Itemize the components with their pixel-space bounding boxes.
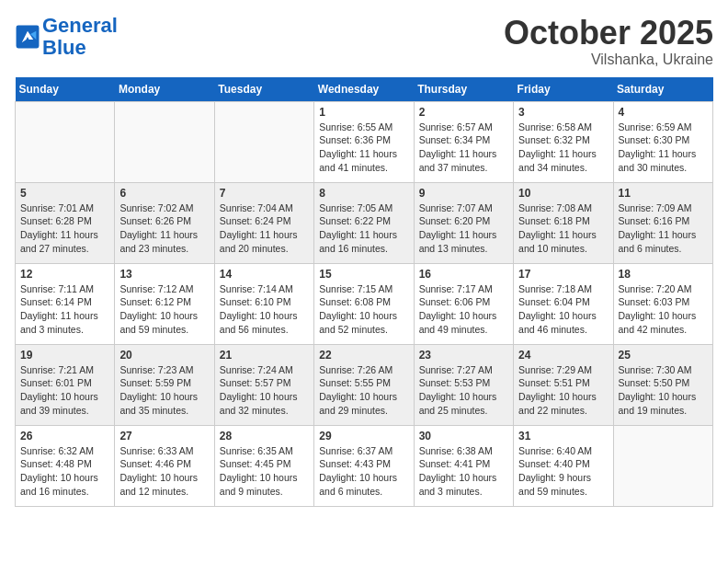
calendar-header-row: SundayMondayTuesdayWednesdayThursdayFrid… (16, 77, 713, 102)
calendar-cell: 25Sunrise: 7:30 AM Sunset: 5:50 PM Dayli… (613, 344, 712, 425)
day-number: 2 (419, 106, 508, 119)
calendar-cell: 2Sunrise: 6:57 AM Sunset: 6:34 PM Daylig… (414, 101, 513, 182)
day-info: Sunrise: 7:30 AM Sunset: 5:50 PM Dayligh… (619, 363, 708, 418)
calendar-cell: 20Sunrise: 7:23 AM Sunset: 5:59 PM Dayli… (115, 344, 214, 425)
calendar-cell (214, 101, 313, 182)
day-number: 16 (419, 268, 508, 281)
calendar-cell: 16Sunrise: 7:17 AM Sunset: 6:06 PM Dayli… (414, 263, 513, 344)
calendar-cell: 15Sunrise: 7:15 AM Sunset: 6:08 PM Dayli… (314, 263, 414, 344)
day-info: Sunrise: 6:38 AM Sunset: 4:41 PM Dayligh… (419, 444, 508, 499)
weekday-header: Thursday (414, 77, 513, 102)
day-info: Sunrise: 7:07 AM Sunset: 6:20 PM Dayligh… (419, 201, 508, 256)
day-info: Sunrise: 7:05 AM Sunset: 6:22 PM Dayligh… (319, 201, 408, 256)
day-number: 7 (220, 187, 309, 200)
day-number: 24 (518, 349, 608, 362)
month-title: October 2025 (504, 15, 713, 52)
weekday-header: Sunday (16, 77, 115, 102)
day-info: Sunrise: 6:32 AM Sunset: 4:48 PM Dayligh… (20, 444, 109, 499)
calendar-week-row: 26Sunrise: 6:32 AM Sunset: 4:48 PM Dayli… (16, 425, 713, 506)
day-number: 31 (518, 430, 608, 442)
day-info: Sunrise: 7:26 AM Sunset: 5:55 PM Dayligh… (319, 363, 408, 418)
calendar-cell: 14Sunrise: 7:14 AM Sunset: 6:10 PM Dayli… (214, 263, 313, 344)
weekday-header: Friday (514, 77, 613, 102)
logo: General Blue (15, 15, 118, 59)
logo-icon (15, 24, 40, 50)
day-number: 20 (119, 349, 209, 362)
calendar-cell: 19Sunrise: 7:21 AM Sunset: 6:01 PM Dayli… (16, 344, 115, 425)
day-info: Sunrise: 7:27 AM Sunset: 5:53 PM Dayligh… (419, 363, 508, 418)
calendar-cell: 23Sunrise: 7:27 AM Sunset: 5:53 PM Dayli… (414, 344, 513, 425)
day-number: 10 (518, 187, 608, 200)
day-info: Sunrise: 7:17 AM Sunset: 6:06 PM Dayligh… (419, 282, 508, 337)
calendar-cell: 11Sunrise: 7:09 AM Sunset: 6:16 PM Dayli… (613, 182, 712, 263)
calendar-cell: 13Sunrise: 7:12 AM Sunset: 6:12 PM Dayli… (115, 263, 214, 344)
calendar-cell (115, 101, 214, 182)
calendar-cell (16, 101, 115, 182)
page-header: General Blue October 2025 Vilshanka, Ukr… (15, 15, 713, 68)
day-number: 1 (319, 106, 408, 119)
weekday-header: Tuesday (214, 77, 313, 102)
day-number: 11 (619, 187, 708, 200)
calendar-cell: 9Sunrise: 7:07 AM Sunset: 6:20 PM Daylig… (414, 182, 513, 263)
calendar-cell: 29Sunrise: 6:37 AM Sunset: 4:43 PM Dayli… (314, 425, 414, 506)
calendar-cell: 10Sunrise: 7:08 AM Sunset: 6:18 PM Dayli… (514, 182, 613, 263)
day-number: 18 (619, 268, 708, 281)
calendar-week-row: 5Sunrise: 7:01 AM Sunset: 6:28 PM Daylig… (16, 182, 713, 263)
day-info: Sunrise: 6:55 AM Sunset: 6:36 PM Dayligh… (319, 121, 408, 175)
day-number: 12 (20, 268, 109, 281)
day-info: Sunrise: 7:20 AM Sunset: 6:03 PM Dayligh… (619, 282, 708, 337)
day-info: Sunrise: 7:02 AM Sunset: 6:26 PM Dayligh… (119, 201, 209, 256)
calendar-cell: 30Sunrise: 6:38 AM Sunset: 4:41 PM Dayli… (414, 425, 513, 506)
day-number: 13 (119, 268, 209, 281)
day-number: 17 (518, 268, 608, 281)
calendar-cell: 17Sunrise: 7:18 AM Sunset: 6:04 PM Dayli… (514, 263, 613, 344)
day-number: 3 (518, 106, 608, 119)
day-info: Sunrise: 6:58 AM Sunset: 6:32 PM Dayligh… (518, 121, 608, 175)
day-info: Sunrise: 7:08 AM Sunset: 6:18 PM Dayligh… (518, 201, 608, 256)
day-info: Sunrise: 7:14 AM Sunset: 6:10 PM Dayligh… (220, 282, 309, 337)
day-info: Sunrise: 7:21 AM Sunset: 6:01 PM Dayligh… (20, 363, 109, 418)
calendar-cell: 22Sunrise: 7:26 AM Sunset: 5:55 PM Dayli… (314, 344, 414, 425)
day-number: 6 (119, 187, 209, 200)
day-info: Sunrise: 7:24 AM Sunset: 5:57 PM Dayligh… (220, 363, 309, 418)
day-info: Sunrise: 7:01 AM Sunset: 6:28 PM Dayligh… (20, 201, 109, 256)
calendar-table: SundayMondayTuesdayWednesdayThursdayFrid… (15, 77, 713, 507)
day-info: Sunrise: 7:09 AM Sunset: 6:16 PM Dayligh… (619, 201, 708, 256)
day-info: Sunrise: 6:35 AM Sunset: 4:45 PM Dayligh… (220, 444, 309, 499)
weekday-header: Saturday (613, 77, 712, 102)
day-info: Sunrise: 7:18 AM Sunset: 6:04 PM Dayligh… (518, 282, 608, 337)
day-number: 21 (220, 349, 309, 362)
logo-text: General Blue (42, 15, 118, 59)
calendar-cell: 8Sunrise: 7:05 AM Sunset: 6:22 PM Daylig… (314, 182, 414, 263)
calendar-cell: 28Sunrise: 6:35 AM Sunset: 4:45 PM Dayli… (214, 425, 313, 506)
day-info: Sunrise: 7:23 AM Sunset: 5:59 PM Dayligh… (119, 363, 209, 418)
calendar-cell (613, 425, 712, 506)
day-info: Sunrise: 6:33 AM Sunset: 4:46 PM Dayligh… (119, 444, 209, 499)
day-number: 26 (20, 430, 109, 442)
day-number: 9 (419, 187, 508, 200)
calendar-cell: 4Sunrise: 6:59 AM Sunset: 6:30 PM Daylig… (613, 101, 712, 182)
calendar-cell: 24Sunrise: 7:29 AM Sunset: 5:51 PM Dayli… (514, 344, 613, 425)
day-number: 30 (419, 430, 508, 442)
day-info: Sunrise: 6:37 AM Sunset: 4:43 PM Dayligh… (319, 444, 408, 499)
day-number: 14 (220, 268, 309, 281)
day-info: Sunrise: 7:12 AM Sunset: 6:12 PM Dayligh… (119, 282, 209, 337)
calendar-cell: 6Sunrise: 7:02 AM Sunset: 6:26 PM Daylig… (115, 182, 214, 263)
day-number: 22 (319, 349, 408, 362)
day-info: Sunrise: 7:29 AM Sunset: 5:51 PM Dayligh… (518, 363, 608, 418)
calendar-cell: 1Sunrise: 6:55 AM Sunset: 6:36 PM Daylig… (314, 101, 414, 182)
calendar-cell: 12Sunrise: 7:11 AM Sunset: 6:14 PM Dayli… (16, 263, 115, 344)
day-info: Sunrise: 6:59 AM Sunset: 6:30 PM Dayligh… (619, 121, 708, 175)
calendar-week-row: 19Sunrise: 7:21 AM Sunset: 6:01 PM Dayli… (16, 344, 713, 425)
weekday-header: Wednesday (314, 77, 414, 102)
day-number: 4 (619, 106, 708, 119)
location: Vilshanka, Ukraine (504, 52, 713, 68)
calendar-cell: 18Sunrise: 7:20 AM Sunset: 6:03 PM Dayli… (613, 263, 712, 344)
calendar-cell: 31Sunrise: 6:40 AM Sunset: 4:40 PM Dayli… (514, 425, 613, 506)
day-number: 29 (319, 430, 408, 442)
calendar-week-row: 12Sunrise: 7:11 AM Sunset: 6:14 PM Dayli… (16, 263, 713, 344)
day-number: 5 (20, 187, 109, 200)
day-number: 28 (220, 430, 309, 442)
day-info: Sunrise: 6:40 AM Sunset: 4:40 PM Dayligh… (518, 444, 608, 499)
weekday-header: Monday (115, 77, 214, 102)
